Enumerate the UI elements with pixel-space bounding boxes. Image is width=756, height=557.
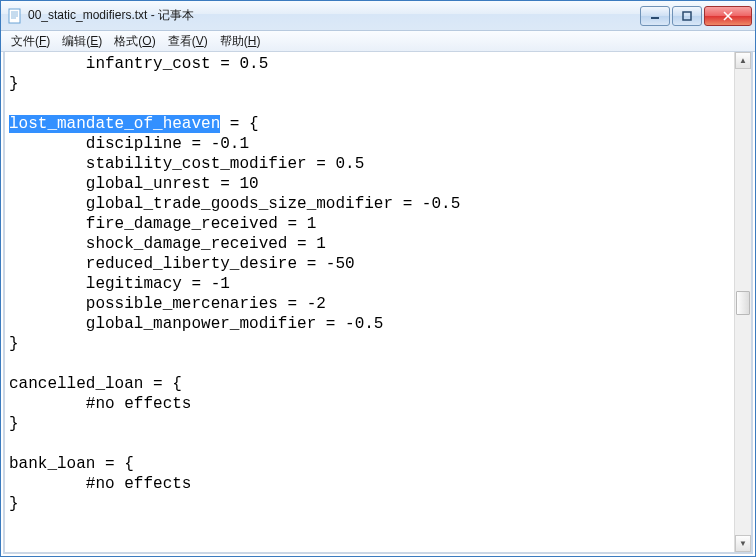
vertical-scrollbar[interactable]: ▲ ▼ — [734, 52, 751, 552]
text-editor[interactable]: infantry_cost = 0.5 } lost_mandate_of_he… — [5, 52, 734, 552]
titlebar: 00_static_modifiers.txt - 记事本 — [1, 1, 755, 31]
menu-help[interactable]: 帮助(H) — [214, 32, 267, 51]
scroll-down-button[interactable]: ▼ — [735, 535, 751, 552]
client-area: infantry_cost = 0.5 } lost_mandate_of_he… — [3, 52, 753, 554]
notepad-icon — [7, 8, 23, 24]
window-title: 00_static_modifiers.txt - 记事本 — [28, 7, 640, 24]
minimize-button[interactable] — [640, 6, 670, 26]
maximize-button[interactable] — [672, 6, 702, 26]
svg-rect-6 — [683, 12, 691, 20]
close-button[interactable] — [704, 6, 752, 26]
window-controls — [640, 6, 752, 26]
scroll-track[interactable] — [735, 69, 751, 535]
menu-format[interactable]: 格式(O) — [108, 32, 161, 51]
menu-view[interactable]: 查看(V) — [162, 32, 214, 51]
menu-edit[interactable]: 编辑(E) — [56, 32, 108, 51]
menubar: 文件(F) 编辑(E) 格式(O) 查看(V) 帮助(H) — [1, 31, 755, 52]
menu-file[interactable]: 文件(F) — [5, 32, 56, 51]
scroll-thumb[interactable] — [736, 291, 750, 315]
scroll-up-button[interactable]: ▲ — [735, 52, 751, 69]
